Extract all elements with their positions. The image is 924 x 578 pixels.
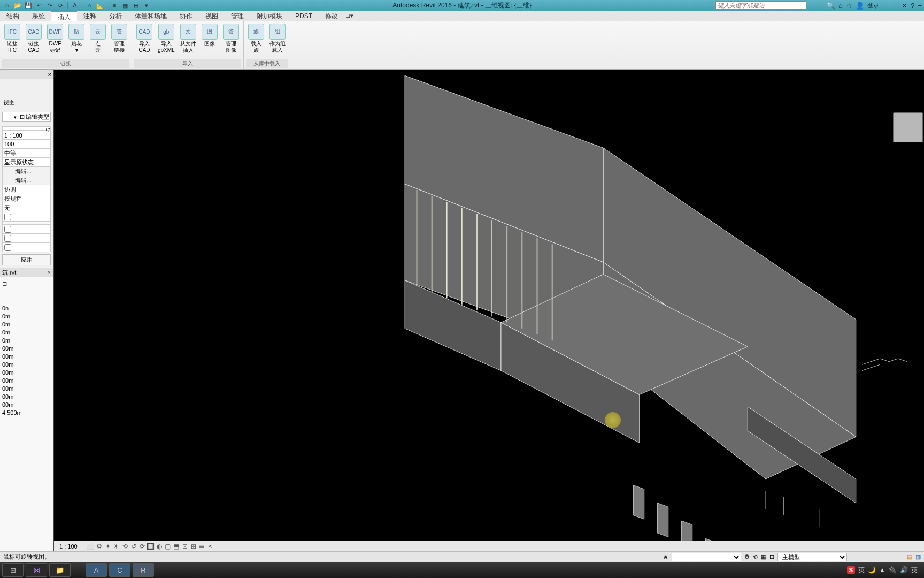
tab-系统[interactable]: 系统 bbox=[26, 11, 51, 21]
network-icon[interactable]: 🔌 bbox=[889, 566, 897, 574]
view-control-icon[interactable]: ⟲ bbox=[121, 542, 129, 551]
property-row[interactable]: 按规程 bbox=[2, 194, 51, 203]
moon-icon[interactable]: 🌙 bbox=[868, 566, 876, 574]
browser-item[interactable]: 00m bbox=[2, 377, 51, 385]
ribbon-btn-从文件-插入[interactable]: 文从文件插入 bbox=[178, 22, 198, 55]
measure-icon[interactable]: 📐 bbox=[95, 1, 105, 10]
view-control-icon[interactable]: 🔲 bbox=[147, 542, 155, 551]
property-row[interactable]: 100 bbox=[2, 140, 51, 149]
view-control-icon[interactable]: ↺ bbox=[129, 542, 138, 551]
close-icon[interactable]: × bbox=[48, 269, 51, 276]
taskbar-app-revit[interactable]: R bbox=[133, 563, 154, 577]
browser-item[interactable]: 4.500m bbox=[2, 409, 51, 417]
home-icon[interactable]: ⌂ bbox=[84, 1, 94, 10]
view-control-icon[interactable]: ◐ bbox=[155, 542, 164, 551]
taskbar-app-c[interactable]: C bbox=[109, 563, 130, 577]
property-row[interactable]: 中等 bbox=[2, 149, 51, 158]
worksets-dropdown[interactable] bbox=[672, 553, 741, 561]
view-control-icon[interactable]: ⬒ bbox=[172, 542, 181, 551]
property-row[interactable]: 协调 bbox=[2, 185, 51, 194]
save-icon[interactable]: 💾 bbox=[24, 1, 33, 10]
property-row[interactable]: 无 bbox=[2, 203, 51, 212]
tab-注释[interactable]: 注释 bbox=[77, 11, 103, 21]
property-row[interactable] bbox=[2, 212, 51, 222]
select-icon[interactable]: ⊡ bbox=[769, 553, 774, 560]
design-options-dropdown[interactable]: 主模型 bbox=[777, 553, 847, 561]
property-row[interactable] bbox=[2, 243, 51, 252]
taskbar-app-explorer[interactable]: 📁 bbox=[49, 563, 71, 577]
view-control-icon[interactable]: ⬜ bbox=[87, 542, 95, 551]
redo-icon[interactable]: ↷ bbox=[45, 1, 55, 10]
property-row[interactable]: 编辑... bbox=[2, 167, 51, 176]
ribbon-btn-链接-CAD[interactable]: CAD链接CAD bbox=[24, 22, 44, 55]
favorite-icon[interactable]: ☆ bbox=[846, 2, 852, 10]
close-icon[interactable]: × bbox=[48, 71, 51, 78]
start-button[interactable]: ⊞ bbox=[2, 563, 24, 577]
property-row[interactable]: 1 : 100 bbox=[2, 131, 51, 140]
select-links-icon[interactable]: ▤ bbox=[907, 553, 912, 560]
property-checkbox[interactable] bbox=[4, 226, 11, 233]
ribbon-btn-点-云[interactable]: 云点云 bbox=[88, 22, 108, 55]
tab-体量和场地[interactable]: 体量和场地 bbox=[128, 11, 173, 21]
text-icon[interactable]: A bbox=[70, 1, 80, 10]
switch-windows-icon[interactable]: ⊞ bbox=[131, 1, 141, 10]
tab-插入[interactable]: 插入 bbox=[51, 11, 77, 21]
ime-lang2-icon[interactable]: 英 bbox=[911, 566, 918, 575]
property-row[interactable] bbox=[2, 234, 51, 243]
browser-item[interactable]: 00m bbox=[2, 361, 51, 369]
close-windows-icon[interactable]: ▦ bbox=[120, 1, 130, 10]
view-control-icon[interactable]: ▢ bbox=[164, 542, 172, 551]
ribbon-btn-导入-gbXML[interactable]: gb导入gbXML bbox=[156, 22, 177, 55]
app-menu-icon[interactable]: ⌂ bbox=[2, 1, 12, 10]
login-label[interactable]: 登录 bbox=[867, 2, 879, 10]
tab-分析[interactable]: 分析 bbox=[103, 11, 128, 21]
viewport-3d[interactable]: 1 : 100 ⬜⚙✦☀⟲↺⟳🔲◐▢⬒⊡⊞⩸< bbox=[53, 70, 924, 551]
ribbon-btn-贴花-▾[interactable]: 贴贴花▾ bbox=[66, 22, 87, 55]
view-control-icon[interactable]: ⚙ bbox=[95, 542, 104, 551]
browser-item[interactable]: 0m bbox=[2, 321, 51, 329]
property-row[interactable] bbox=[2, 225, 51, 234]
minimize-ribbon-icon[interactable]: − bbox=[918, 2, 922, 10]
viewcube[interactable] bbox=[893, 112, 923, 142]
view-control-icon[interactable]: < bbox=[206, 542, 215, 551]
ribbon-btn-导入-CAD[interactable]: CAD导入CAD bbox=[134, 22, 155, 55]
exchange-icon[interactable]: ✕ bbox=[902, 2, 907, 10]
browser-expand-icon[interactable]: ⊟ bbox=[0, 280, 53, 287]
edit-type-button[interactable]: 编辑类型 bbox=[26, 113, 49, 121]
view-control-icon[interactable]: ⩸ bbox=[198, 542, 206, 551]
property-checkbox[interactable] bbox=[4, 244, 11, 251]
taskbar-app-a[interactable]: A bbox=[86, 563, 107, 577]
browser-item[interactable]: 00m bbox=[2, 369, 51, 377]
editable-only-icon[interactable]: ⚙ bbox=[744, 553, 750, 560]
view-scale[interactable]: 1 : 100 bbox=[56, 543, 81, 550]
tab-附加模块[interactable]: 附加模块 bbox=[250, 11, 289, 21]
browser-item[interactable]: 00m bbox=[2, 401, 51, 409]
ribbon-btn-链接-IFC[interactable]: IFC链接IFC bbox=[2, 22, 22, 55]
sync-icon[interactable]: ⟳ bbox=[56, 1, 65, 10]
ribbon-btn-管理-链接[interactable]: 管管理链接 bbox=[109, 22, 129, 55]
browser-item[interactable]: 00m bbox=[2, 353, 51, 361]
tab-视图[interactable]: 视图 bbox=[199, 11, 225, 21]
view-control-icon[interactable]: ⊡ bbox=[181, 542, 189, 551]
view-control-icon[interactable]: ✦ bbox=[104, 542, 112, 551]
browser-item[interactable]: 0m bbox=[2, 329, 51, 337]
browser-item[interactable]: 0m bbox=[2, 313, 51, 321]
ribbon-btn-作为组-载入[interactable]: 组作为组载入 bbox=[267, 22, 288, 55]
property-row[interactable]: 编辑... bbox=[2, 176, 51, 185]
browser-item[interactable]: 0n bbox=[2, 305, 51, 313]
property-edit-button[interactable]: 编辑... bbox=[13, 168, 50, 176]
thin-lines-icon[interactable]: ≡ bbox=[110, 1, 119, 10]
view-control-icon[interactable]: ⟳ bbox=[138, 542, 147, 551]
filter-icon[interactable]: ▦ bbox=[761, 553, 766, 560]
ribbon-btn-载入-族[interactable]: 族载入族 bbox=[246, 22, 266, 55]
ime-sogou-icon[interactable]: S bbox=[847, 566, 855, 574]
subscription-icon[interactable]: ⌂ bbox=[838, 2, 843, 10]
browser-item[interactable]: 00m bbox=[2, 393, 51, 401]
ribbon-btn-管理-图像[interactable]: 管管理图像 bbox=[221, 22, 241, 55]
property-checkbox[interactable] bbox=[4, 214, 11, 220]
open-icon[interactable]: 📂 bbox=[13, 1, 22, 10]
undo-icon[interactable]: ↶ bbox=[34, 1, 44, 10]
browser-item[interactable]: 00m bbox=[2, 345, 51, 353]
help-icon[interactable]: ? bbox=[911, 2, 914, 10]
ribbon-collapse-icon[interactable]: ⊡▾ bbox=[344, 12, 354, 19]
